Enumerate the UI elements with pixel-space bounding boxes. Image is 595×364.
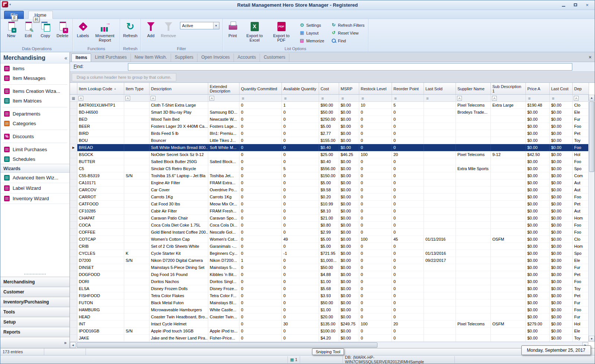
column-header-sub-description-1[interactable]: Sub Description 1: [491, 83, 526, 95]
row-selector[interactable]: [70, 271, 77, 278]
close-tab-icon[interactable]: ×: [589, 54, 592, 60]
row-selector[interactable]: [70, 165, 77, 172]
filter-cell-cost[interactable]: =: [319, 95, 339, 102]
row-selector[interactable]: [70, 109, 77, 116]
sidebar-item-limit-purchases[interactable]: Limit Purchases: [0, 144, 70, 154]
row-selector[interactable]: [70, 328, 77, 335]
sidebar-item-items[interactable]: Items: [0, 64, 70, 73]
table-row[interactable]: BSOCKNoOder Secret Sock Sz 9-1200$25.00$…: [70, 151, 588, 158]
row-selector[interactable]: [70, 151, 77, 158]
table-row[interactable]: CRIBSet of 2 Crib Sheets WhiteGaranimals…: [70, 243, 588, 250]
row-filter-icon[interactable]: ▦: [70, 95, 77, 102]
filter-cell-msrp[interactable]: =: [339, 95, 359, 102]
row-selector[interactable]: [70, 215, 77, 222]
filter-cell-description[interactable]: A: [149, 95, 208, 102]
sidebar-item-categories[interactable]: Categories: [0, 118, 70, 128]
row-selector[interactable]: [70, 243, 77, 250]
table-row[interactable]: ▶BREADSoft White Medium Bread 800...Soft…: [70, 144, 588, 151]
wizards-section-header[interactable]: Wizards: [0, 164, 70, 173]
sidebar-item-inventory-wizard[interactable]: Inventory Wizard: [0, 194, 70, 204]
table-row[interactable]: CYCLESKCycle Starter KitBeginners Cy...0…: [70, 250, 588, 257]
filter-cell-sub-description-1[interactable]: A: [491, 95, 526, 102]
nav-button-tools[interactable]: Tools: [0, 307, 70, 317]
row-selector[interactable]: [70, 208, 77, 215]
row-selector[interactable]: [70, 264, 77, 271]
row-selector[interactable]: [70, 321, 77, 328]
sidebar-item-schedules[interactable]: Schedules: [0, 154, 70, 164]
row-selector[interactable]: [70, 158, 77, 165]
export-to-excel-button[interactable]: Export to Excel: [241, 20, 268, 43]
row-selector[interactable]: [70, 313, 77, 321]
sidebar-item-label-wizard[interactable]: Label Wizard: [0, 183, 70, 194]
filter-cell-last-cost[interactable]: =: [550, 95, 573, 102]
filter-cell-dep[interactable]: A: [573, 95, 589, 102]
row-selector[interactable]: [70, 229, 77, 236]
filter-cell-quantity-committed[interactable]: =: [239, 95, 282, 102]
table-row[interactable]: COCACoca Cola Diet Coke 1.75LCoca Cola D…: [70, 222, 588, 229]
nav-button-setup[interactable]: Setup: [0, 317, 70, 327]
layout-button[interactable]: Layout: [298, 29, 326, 37]
table-row[interactable]: BIRDBirds Feed 5 lb8In1: Premiu...00$2.7…: [70, 130, 588, 137]
table-row[interactable]: CATFOODCat Food 30 IbsMeow Mix Or...00$1…: [70, 201, 588, 208]
row-selector[interactable]: [70, 299, 77, 306]
table-row[interactable]: HAMBURGMicrowaveable HamburgersWhite Cas…: [70, 306, 588, 313]
row-selector[interactable]: [70, 306, 77, 313]
filter-cell-restock-level[interactable]: =: [359, 95, 392, 102]
table-row[interactable]: BEERFosters Lager 20 X 440Ml Ca...Foster…: [70, 123, 588, 130]
filter-cell-extended-description[interactable]: A: [208, 95, 239, 102]
tab-items[interactable]: Items: [71, 53, 91, 62]
table-row[interactable]: CF10285Cabir Air FilterFRAM Fresh...00$8…: [70, 208, 588, 215]
maximize-button[interactable]: [570, 1, 580, 8]
column-header-price-a[interactable]: Price A: [526, 83, 550, 95]
export-to-pdf-button[interactable]: Export to PDF: [268, 20, 295, 43]
table-row[interactable]: BEDWood Twin BedNewcastle W...00$250.00$…: [70, 116, 588, 123]
table-row[interactable]: CA10171Engine AIr FilterFRAM Extra...00$…: [70, 179, 588, 186]
column-header-available-quantity[interactable]: Available Quantity: [282, 83, 319, 95]
memorize-button[interactable]: Memorize: [298, 37, 326, 45]
table-row[interactable]: CARCOVCar CoverOverdrive Po...00$9.58$0.…: [70, 186, 588, 194]
table-row[interactable]: CARROTCarrots 1KgCarrots 1Kg00$0.20$0.00…: [70, 194, 588, 201]
table-row[interactable]: ELSADisney Frozen DollsDisney Froze...00…: [70, 285, 588, 292]
sidebar-item-item-messages[interactable]: Item Messages: [0, 73, 70, 83]
filter-cell-available-quantity[interactable]: =: [282, 95, 319, 102]
row-selector[interactable]: [70, 201, 77, 208]
table-row[interactable]: COTCAPWomen's Cotton CapWomen's Cot...04…: [70, 236, 588, 243]
table-row[interactable]: JAKEJake and the Never Land Pira...Fishe…: [70, 335, 588, 342]
tab-open-invoices[interactable]: Open Invoices: [197, 53, 234, 62]
find-input[interactable]: [128, 63, 572, 71]
row-selector[interactable]: [70, 186, 77, 194]
row-selector[interactable]: [70, 102, 77, 109]
vertical-scroll-thumb[interactable]: [589, 101, 594, 172]
column-header-reorder-point[interactable]: Reorder Point: [392, 83, 424, 95]
table-row[interactable]: CHAPATCaravan Patio ChairCaravan Spo...0…: [70, 215, 588, 222]
row-selector[interactable]: [70, 335, 77, 342]
refresh-button[interactable]: Refresh: [122, 20, 139, 38]
vertical-scrollbar[interactable]: ▲ ▼: [588, 95, 595, 342]
labels-button[interactable]: Labels: [74, 20, 91, 38]
row-selector[interactable]: [70, 292, 77, 299]
add-button[interactable]: Add: [142, 20, 160, 38]
collapse-sidebar-icon[interactable]: «: [64, 55, 67, 61]
sidebar-splitter[interactable]: [24, 274, 46, 277]
row-selector[interactable]: [70, 179, 77, 186]
row-selector[interactable]: [70, 137, 77, 144]
scroll-down-icon[interactable]: ▼: [589, 336, 595, 342]
minimize-button[interactable]: [558, 1, 569, 8]
copy-button[interactable]: Copy: [37, 20, 54, 38]
find-button[interactable]: Find: [329, 37, 366, 45]
settings-button[interactable]: Settings: [298, 21, 326, 29]
column-header-item-type[interactable]: Item Type: [124, 83, 149, 95]
sidebar-overflow-button[interactable]: »: [0, 337, 70, 348]
table-row[interactable]: BUTTERSalted Block Butter 250GSalted Blo…: [70, 158, 588, 165]
row-selector[interactable]: [70, 285, 77, 292]
table-row[interactable]: FISHFOODTetra Color FlakesTetra Color F.…: [70, 292, 588, 299]
row-selector[interactable]: [70, 236, 77, 243]
tab-accounts[interactable]: Accounts: [234, 53, 260, 62]
tab-suppliers[interactable]: Suppliers: [171, 53, 197, 62]
nav-button-inventory-purchasing[interactable]: Inventory/Purchasing: [0, 297, 70, 307]
row-selector[interactable]: [70, 116, 77, 123]
new-button[interactable]: New: [3, 20, 20, 38]
row-selector[interactable]: [70, 250, 77, 257]
horizontal-scroll-thumb[interactable]: [77, 342, 377, 348]
table-row[interactable]: DORIDoritos NachosDoritos Singl...00$1.0…: [70, 278, 588, 285]
